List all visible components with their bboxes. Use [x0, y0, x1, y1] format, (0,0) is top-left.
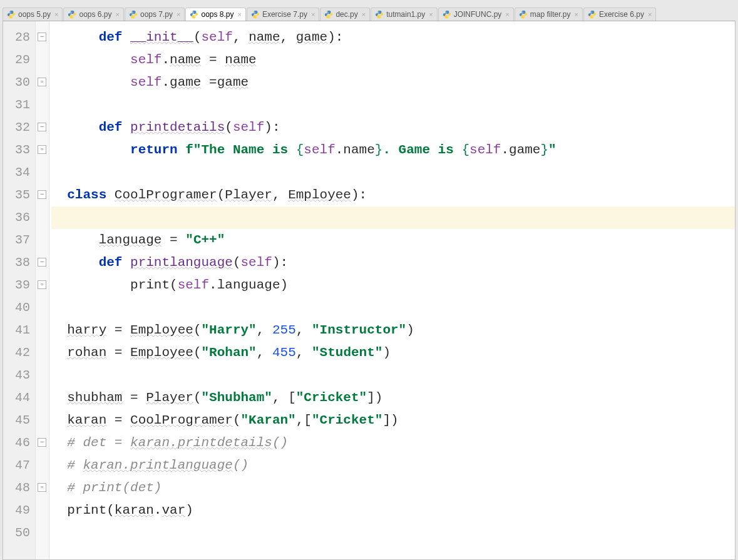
code-line[interactable] — [51, 364, 735, 387]
close-icon[interactable]: × — [177, 11, 180, 18]
fold-close-icon[interactable]: ▫ — [38, 280, 46, 289]
close-icon[interactable]: × — [429, 11, 433, 18]
code-line[interactable]: # karan.printlanguage() — [51, 454, 735, 477]
editor-tab[interactable]: oops 6.py× — [63, 8, 123, 21]
fold-open-icon[interactable]: − — [38, 123, 46, 131]
code-token: self — [178, 278, 209, 292]
code-line[interactable]: rohan = Employee("Rohan", 455, "Student"… — [51, 342, 735, 364]
code-token: def — [99, 255, 123, 270]
code-line[interactable]: # print(det) — [51, 477, 735, 499]
fold-close-icon[interactable]: ▫ — [38, 78, 46, 86]
code-token: Employee — [288, 188, 351, 202]
editor-tab[interactable]: oops 5.py× — [3, 8, 63, 21]
code-line[interactable]: def printdetails(self): — [51, 116, 735, 139]
line-number: 48 — [3, 477, 30, 499]
editor-tab[interactable]: map filter.py× — [515, 8, 583, 21]
code-token: karan — [115, 503, 154, 517]
code-token: # — [67, 458, 83, 472]
line-number: 40 — [3, 297, 30, 319]
line-number: 38 — [3, 252, 30, 274]
code-line[interactable]: language = "C++" — [51, 229, 735, 252]
tab-label: dec.py — [336, 10, 357, 19]
code-line[interactable]: self.game =game — [51, 71, 735, 94]
code-token: class — [67, 188, 106, 202]
code-token: , — [296, 345, 312, 360]
code-line[interactable]: # det = karan.printdetails() — [51, 432, 735, 454]
code-token — [122, 120, 130, 135]
code-token: = — [201, 75, 217, 89]
code-line[interactable] — [51, 94, 735, 116]
fold-open-icon[interactable]: − — [38, 438, 46, 447]
code-line[interactable]: def __init__(self, name, game): — [51, 26, 735, 49]
code-line[interactable]: print(karan.var) — [51, 499, 735, 522]
code-token: C++ — [193, 233, 217, 247]
code-token: ) — [382, 345, 391, 360]
code-token: rohan — [67, 345, 106, 360]
line-number: 42 — [3, 342, 30, 364]
editor-tab[interactable]: JOINFUNC.py× — [438, 8, 514, 21]
line-number-gutter: 2829303132333435363738394041424344454647… — [3, 21, 36, 559]
editor-tab[interactable]: Exercise 6.py× — [583, 8, 656, 21]
code-token: self — [130, 53, 161, 67]
code-line[interactable]: class CoolProgramer(Player, Employee): — [51, 184, 735, 206]
close-icon[interactable]: × — [362, 11, 366, 18]
code-token: } — [540, 143, 548, 157]
code-line[interactable] — [51, 522, 735, 544]
code-token: , — [272, 188, 288, 202]
code-line[interactable]: harry = Employee("Harry", 255, "Instruct… — [51, 319, 735, 342]
close-icon[interactable]: × — [54, 11, 58, 18]
editor-tab[interactable]: oops 7.py× — [125, 8, 185, 21]
code-area[interactable]: def __init__(self, name, game): self.nam… — [49, 21, 735, 559]
code-token: ( — [193, 30, 202, 44]
code-line[interactable]: shubham = Player("Shubham", ["Cricket"]) — [51, 387, 735, 409]
fold-open-icon[interactable]: − — [38, 258, 46, 267]
code-token: CoolProgramer — [115, 188, 217, 202]
fold-gutter[interactable]: −▫−▫−−▫−▫ — [36, 21, 49, 559]
code-line[interactable]: karan = CoolProgramer("Karan",["Cricket"… — [51, 409, 735, 432]
code-token: = — [106, 345, 130, 360]
code-editor[interactable]: 2829303132333435363738394041424344454647… — [3, 21, 735, 560]
code-token: " — [240, 413, 249, 427]
code-token: ,[ — [296, 413, 312, 427]
code-token: , — [257, 345, 272, 360]
code-token: ) — [280, 278, 289, 292]
code-token: " — [217, 233, 225, 247]
code-token: , — [296, 323, 312, 337]
code-token: . — [501, 143, 509, 157]
fold-open-icon[interactable]: − — [38, 190, 46, 199]
code-token: " — [264, 390, 272, 405]
code-token: () — [233, 458, 249, 472]
fold-close-icon[interactable]: ▫ — [38, 145, 46, 154]
code-line[interactable] — [51, 206, 735, 229]
python-file-icon — [375, 10, 384, 19]
fold-open-icon[interactable]: − — [38, 33, 46, 41]
fold-close-icon[interactable]: ▫ — [38, 483, 46, 492]
line-number: 32 — [3, 116, 30, 139]
code-token: = — [122, 390, 146, 405]
tab-label: oops 6.py — [79, 10, 111, 19]
code-line[interactable]: def printlanguage(self): — [51, 252, 735, 274]
close-icon[interactable]: × — [238, 11, 242, 18]
editor-tab[interactable]: oops 8.py× — [185, 8, 245, 21]
code-line[interactable] — [51, 297, 735, 319]
editor-tab[interactable]: dec.py× — [320, 8, 370, 21]
code-line[interactable] — [51, 161, 735, 184]
close-icon[interactable]: × — [505, 11, 509, 18]
close-icon[interactable]: × — [116, 11, 120, 18]
editor-tab[interactable]: Exercise 7.py× — [247, 8, 319, 21]
code-token: language — [99, 233, 162, 247]
code-token: karan.printdetails — [130, 435, 272, 450]
close-icon[interactable]: × — [575, 11, 578, 18]
code-token: ]) — [382, 413, 398, 427]
code-line[interactable]: self.name = name — [51, 49, 735, 71]
python-file-icon — [190, 10, 198, 19]
code-token: ( — [193, 323, 202, 337]
code-line[interactable]: print(self.language) — [51, 274, 735, 297]
code-line[interactable]: return f"The Name is {self.name}. Game i… — [51, 139, 735, 161]
code-token — [106, 188, 115, 202]
close-icon[interactable]: × — [648, 11, 652, 18]
editor-tab[interactable]: tutmain1.py× — [371, 8, 437, 21]
code-token: " — [249, 345, 257, 360]
code-token: Student — [320, 345, 375, 360]
close-icon[interactable]: × — [311, 11, 315, 18]
